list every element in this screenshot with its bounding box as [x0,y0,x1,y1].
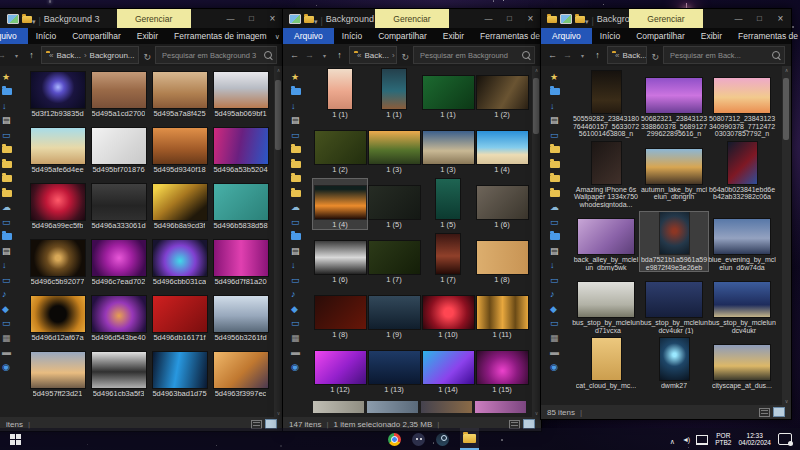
file-item[interactable]: 5d496d12af67a [27,294,88,342]
search-input[interactable] [160,50,262,61]
history-dropdown-icon[interactable] [11,50,22,60]
close-button[interactable] [262,13,283,24]
breadcrumb-current[interactable]: Backgroun... [90,51,135,60]
folder-icon[interactable] [304,16,314,23]
file-item[interactable]: 5d496a99ec5fb [27,182,88,230]
notification-center-icon[interactable] [778,433,792,445]
nav-quick-access-icon[interactable]: ★ [550,70,567,85]
nav-music-icon[interactable]: ♪ [2,288,19,303]
nav-downloads-icon[interactable]: ↓ [550,99,567,114]
close-button[interactable] [520,13,541,24]
nav-this-pc-icon[interactable]: ▭ [2,215,19,230]
file-item[interactable]: 1 (5) [367,179,421,229]
tab-exibir[interactable]: Exibir [435,28,472,44]
nav-printer-icon[interactable]: ▦ [291,331,307,346]
file-item[interactable]: bus_stop_by_mclelun_dcv4ukr (1) [640,275,708,334]
file-item[interactable]: bus_stop_by_mclelun_dcv4ukr [708,275,776,334]
nav-desktop-icon[interactable] [291,85,307,100]
nav-downloads-icon[interactable]: ↓ [2,259,19,274]
file-item[interactable]: 1 (8) [313,289,367,339]
file-thumbnail[interactable] [421,401,472,413]
nav-desktop-icon[interactable] [550,85,567,100]
image-file-icon[interactable] [7,14,19,24]
nav-network-icon[interactable]: ◉ [291,360,307,375]
nav-images-icon[interactable]: ▭ [550,273,567,288]
nav-this-pc-icon[interactable]: ▭ [550,215,567,230]
ribbon-expand-icon[interactable] [275,31,280,41]
file-item[interactable]: 50559282_23843180764460157_5633072561001… [572,71,640,138]
file-item[interactable]: 5d496b5838d58 [210,182,271,230]
tab-gerenciar[interactable]: Gerenciar [117,9,191,28]
nav-folder-icon[interactable] [550,157,567,172]
nav-music-icon[interactable]: ♪ [291,288,307,303]
navigation-pane[interactable]: ★↓▤▭☁▭▤↓▭♪◆▭▦▬◉ [0,66,19,417]
file-item[interactable]: 1 (8) [475,234,529,284]
file-item[interactable]: Amazing iPhone 6s Wallpaper 1334x750 who… [572,142,640,209]
file-item[interactable]: 5d496a53b5204 [210,126,271,174]
file-item[interactable]: 50807312_23843123340990378_7712472030307… [708,71,776,138]
tab-compartilhar[interactable]: Compartilhar [64,28,129,44]
file-item[interactable]: bus_stop_by_mclelun_d71vcxa [572,275,640,334]
file-item[interactable]: 5d4963bad1d75 [149,350,210,398]
nav-desktop-icon[interactable] [550,230,567,245]
nav-folder-icon[interactable] [550,186,567,201]
file-item[interactable]: 1 (1) [313,69,367,119]
navigation-pane[interactable]: ★↓▤▭☁▭▤↓▭♪◆▭▦▬◉ [283,66,307,417]
history-dropdown-icon[interactable] [319,50,330,60]
file-item[interactable]: dwmk27 [640,338,708,390]
nav-3d-objects-icon[interactable]: ◆ [550,302,567,317]
start-button[interactable] [0,428,30,450]
chrome-icon[interactable] [388,433,401,446]
nav-folder-icon[interactable] [2,143,19,158]
file-explorer-icon[interactable] [460,428,479,450]
nav-local-disk-icon[interactable]: ▬ [2,346,19,361]
up-button[interactable] [26,50,37,60]
file-item[interactable]: cityscape_at_dus... [708,338,776,390]
nav-quick-access-icon[interactable]: ★ [2,70,19,85]
nav-images-icon[interactable]: ▭ [550,128,567,143]
file-item[interactable]: 5d495a7a8f425 [149,70,210,118]
tab-inicio[interactable]: Início [28,28,64,44]
nav-documents-icon[interactable]: ▤ [2,114,19,129]
nav-videos-icon[interactable]: ▭ [550,317,567,332]
file-item[interactable]: 5d496a333061d [88,182,149,230]
search-input[interactable] [668,50,770,61]
scrollbar-thumb[interactable] [783,78,789,140]
file-item[interactable]: 5d495a1cd2700 [88,70,149,118]
file-item[interactable]: 5d4956b3261fd [210,294,271,342]
file-item[interactable]: 1 (1) [367,69,421,119]
image-file-icon[interactable] [289,14,301,24]
refresh-icon[interactable] [143,46,151,64]
breadcrumb-root[interactable]: Back... [56,51,80,60]
file-item[interactable]: 1 (5) [421,179,475,229]
file-item[interactable]: 5d495afe6d4ee [27,126,88,174]
nav-folder-icon[interactable] [291,186,307,201]
close-button[interactable] [770,13,791,24]
nav-printer-icon[interactable]: ▦ [2,331,19,346]
nav-network-icon[interactable]: ◉ [550,360,567,375]
file-item[interactable]: 1 (2) [313,124,367,174]
nav-folder-icon[interactable] [2,157,19,172]
file-item[interactable]: 5d496c5b92077 [27,238,88,286]
file-item[interactable]: 1 (11) [475,289,529,339]
nav-onedrive-icon[interactable]: ☁ [291,201,307,216]
nav-printer-icon[interactable]: ▦ [550,331,567,346]
nav-documents-icon[interactable]: ▤ [2,244,19,259]
file-item[interactable]: 5d4963f3997ec [210,350,271,398]
minimize-button[interactable] [478,14,499,23]
file-item[interactable]: 5d4957ff23d21 [27,350,88,398]
nav-images-icon[interactable]: ▭ [2,273,19,288]
tab-ferramentas-imagem[interactable]: Ferramentas de imagem [166,28,275,44]
file-item[interactable]: 5d495bf701876 [88,126,149,174]
nav-folder-icon[interactable] [291,157,307,172]
scroll-up-icon[interactable] [782,67,791,73]
breadcrumb-root[interactable]: Back... [364,51,388,60]
file-item[interactable]: autumn_lake_by_mclelun_dbngrlh [640,142,708,209]
navigation-pane[interactable]: ★↓▤▭☁▭▤↓▭♪◆▭▦▬◉ [541,66,567,405]
language-indicator[interactable]: POR PTB2 [715,432,731,447]
nav-images-icon[interactable]: ▭ [291,128,307,143]
back-button[interactable] [547,50,558,60]
title-bar[interactable]: Background 3 Gerenciar [0,9,283,28]
nav-folder-icon[interactable] [2,172,19,187]
nav-images-icon[interactable]: ▭ [2,128,19,143]
